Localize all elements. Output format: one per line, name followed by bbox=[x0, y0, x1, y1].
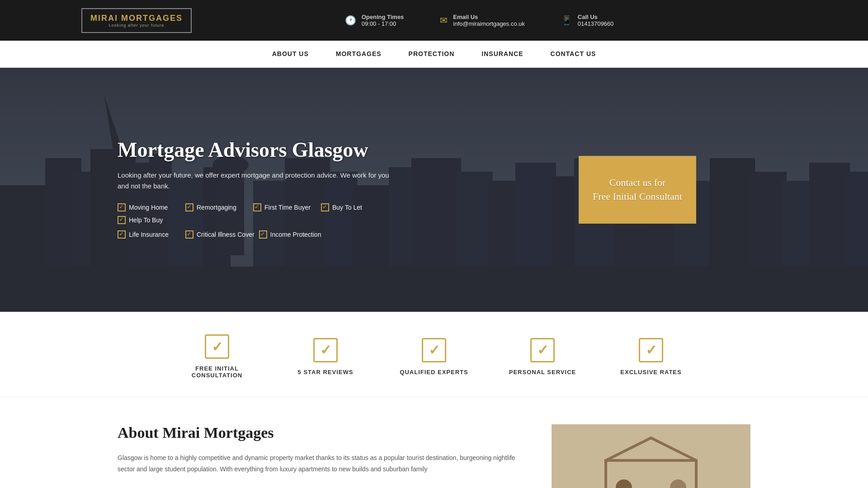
hero-checks-row1: Moving Home Remortgaging First Time Buye… bbox=[118, 203, 398, 224]
nav-about[interactable]: ABOUT US bbox=[272, 41, 309, 67]
check-label-first: First Time Buyer bbox=[264, 204, 311, 211]
email-item: ✉ Email Us info@miraimortgages.co.uk bbox=[440, 14, 524, 27]
hero-checks-row2: Life Insurance Critical Illness Cover In… bbox=[118, 230, 398, 239]
main-nav: ABOUT US MORTGAGES PROTECTION INSURANCE … bbox=[0, 41, 868, 68]
hero-title: Mortgage Advisors Glasgow bbox=[118, 138, 398, 162]
check-label-helpbuy: Help To Buy bbox=[129, 216, 163, 224]
phone-item: 📱 Call Us 01413709660 bbox=[561, 14, 614, 27]
check-remortgaging: Remortgaging bbox=[185, 203, 249, 211]
opening-times-item: 🕐 Opening Times 09:00 - 17:00 bbox=[345, 14, 404, 27]
email-value: info@miraimortgages.co.uk bbox=[453, 20, 524, 27]
about-section: About Mirai Mortgages Glasgow is home to… bbox=[0, 397, 868, 488]
hero-subtitle: Looking after your future, we offer expe… bbox=[118, 170, 398, 192]
feature-free-consultation: Free Initial Consultation bbox=[163, 330, 271, 383]
check-label-moving: Moving Home bbox=[129, 204, 168, 211]
check-icon-moving bbox=[118, 203, 126, 211]
feature-exclusive: Exclusive Rates bbox=[597, 333, 705, 380]
top-bar: MIRAI MORTGAGES Looking after your futur… bbox=[0, 0, 868, 41]
check-income: Income Protection bbox=[259, 230, 322, 239]
top-bar-info: 🕐 Opening Times 09:00 - 17:00 ✉ Email Us… bbox=[345, 14, 614, 27]
feature-icon-1 bbox=[205, 334, 229, 359]
feature-label-1: Free Initial Consultation bbox=[172, 365, 262, 379]
opening-value: 09:00 - 17:00 bbox=[362, 20, 404, 27]
about-image-inner bbox=[552, 424, 750, 488]
hero-section: Mortgage Advisors Glasgow Looking after … bbox=[0, 68, 868, 312]
svg-rect-33 bbox=[552, 424, 750, 488]
feature-label-3: Qualified Experts bbox=[400, 369, 468, 375]
hero-content: Mortgage Advisors Glasgow Looking after … bbox=[0, 138, 398, 242]
phone-label: Call Us bbox=[578, 14, 614, 20]
check-label-buylet: Buy To Let bbox=[332, 204, 362, 211]
feature-icon-2 bbox=[313, 338, 338, 362]
nav-mortgages[interactable]: MORTGAGES bbox=[336, 41, 382, 67]
logo-title: MIRAI MORTGAGES bbox=[90, 14, 183, 23]
about-title: About Mirai Mortgages bbox=[118, 424, 524, 441]
feature-label-2: 5 Star Reviews bbox=[298, 369, 354, 375]
check-icon-income bbox=[259, 230, 267, 239]
feature-personal: Personal Service bbox=[488, 333, 597, 380]
about-image bbox=[552, 424, 750, 488]
about-body: Glasgow is home to a highly competitive … bbox=[118, 452, 524, 474]
phone-value: 01413709660 bbox=[578, 20, 614, 27]
email-label: Email Us bbox=[453, 14, 524, 20]
feature-label-5: Exclusive Rates bbox=[620, 369, 681, 375]
feature-icon-4 bbox=[530, 338, 555, 362]
check-icon-buylet bbox=[321, 203, 329, 211]
check-life-insurance: Life Insurance bbox=[118, 230, 181, 239]
check-label-life: Life Insurance bbox=[129, 231, 169, 238]
check-icon-critical bbox=[185, 230, 193, 239]
check-buy-to-let: Buy To Let bbox=[321, 203, 384, 211]
feature-label-4: Personal Service bbox=[509, 369, 576, 375]
check-first-time: First Time Buyer bbox=[253, 203, 316, 211]
nav-insurance[interactable]: INSURANCE bbox=[481, 41, 523, 67]
check-label-remort: Remortgaging bbox=[197, 204, 236, 211]
email-icon: ✉ bbox=[440, 15, 448, 26]
logo: MIRAI MORTGAGES Looking after your futur… bbox=[81, 8, 192, 33]
check-label-income: Income Protection bbox=[270, 231, 321, 238]
check-critical: Critical Illness Cover bbox=[185, 230, 255, 239]
cta-line2: Free Initial Consultant bbox=[593, 191, 682, 202]
check-icon-remort bbox=[185, 203, 193, 211]
logo-subtitle: Looking after your future bbox=[90, 23, 183, 28]
nav-contact[interactable]: CONTACT US bbox=[551, 41, 596, 67]
check-moving-home: Moving Home bbox=[118, 203, 181, 211]
cta-line1: Contact us for bbox=[609, 177, 666, 188]
nav-protection[interactable]: PROTECTION bbox=[409, 41, 455, 67]
feature-qualified: Qualified Experts bbox=[380, 333, 488, 380]
check-icon-life bbox=[118, 230, 126, 239]
feature-five-star: 5 Star Reviews bbox=[271, 333, 380, 380]
features-strip: Free Initial Consultation 5 Star Reviews… bbox=[0, 312, 868, 397]
check-icon-first bbox=[253, 203, 261, 211]
clock-icon: 🕐 bbox=[345, 15, 356, 26]
feature-icon-3 bbox=[422, 338, 446, 362]
check-icon-helpbuy bbox=[118, 216, 126, 224]
cta-box[interactable]: Contact us for Free Initial Consultant bbox=[579, 156, 696, 224]
cta-box-text: Contact us for Free Initial Consultant bbox=[593, 176, 682, 204]
feature-icon-5 bbox=[639, 338, 663, 362]
about-text: About Mirai Mortgages Glasgow is home to… bbox=[118, 424, 524, 474]
phone-icon: 📱 bbox=[561, 15, 572, 26]
check-help-to-buy: Help To Buy bbox=[118, 216, 181, 224]
opening-label: Opening Times bbox=[362, 14, 404, 20]
hero-checks: Moving Home Remortgaging First Time Buye… bbox=[118, 203, 398, 242]
check-label-critical: Critical Illness Cover bbox=[197, 231, 255, 238]
